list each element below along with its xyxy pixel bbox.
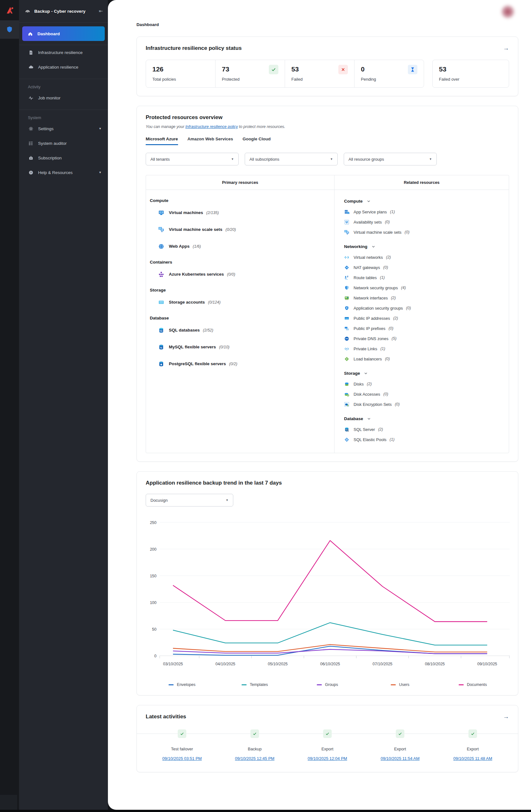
sidebar-item-infrastructure-resilience[interactable]: Infrastructure resilience: [19, 45, 108, 60]
resource-row-nat-gateways[interactable]: NAT gateways(0): [344, 262, 509, 273]
legend-groups[interactable]: Groups: [291, 682, 364, 687]
resource-row-storage-accounts[interactable]: Storage accounts(0/124): [150, 294, 334, 310]
resource-row-postgresql-flexible-servers[interactable]: PostgreSQL flexible servers(0/2): [150, 356, 334, 372]
stat-total-policies: 126Total policies: [146, 60, 215, 87]
sidebar-item-application-resilience[interactable]: Application resilience: [19, 60, 108, 74]
sidebar-item-help-resources[interactable]: ?Help & Resources▼: [19, 165, 108, 180]
divider: [19, 79, 108, 79]
resource-row-disks[interactable]: Disks(2): [344, 379, 509, 389]
sidebar-item-dashboard[interactable]: Dashboard: [22, 26, 105, 41]
policy-status-arrow-icon[interactable]: →: [503, 45, 509, 51]
resource-row-disk-accesses[interactable]: Disk Accesses(0): [344, 389, 509, 399]
resource-count: (2): [378, 427, 383, 432]
sidebar-item-subscription[interactable]: Subscription: [19, 150, 108, 165]
resource-count: (1): [390, 437, 395, 442]
svg-text:200: 200: [150, 547, 157, 552]
resource-row-private-dns-zones[interactable]: DNSPrivate DNS zones(5): [344, 333, 509, 344]
resource-count: (5): [392, 336, 396, 341]
filter-all-subscriptions[interactable]: All subscriptions▼: [245, 153, 338, 165]
resource-count: (1): [380, 275, 385, 280]
chevron-down-icon: [364, 371, 368, 375]
resource-row-network-interfaces[interactable]: Network interfaces(2): [344, 293, 509, 303]
web-apps-icon: [158, 243, 164, 250]
sidebar-item-system-auditor[interactable]: System auditor: [19, 136, 108, 150]
resource-row-public-ip-prefixes[interactable]: Public IP prefixes(0): [344, 323, 509, 333]
legend-documents[interactable]: Documents: [437, 682, 509, 687]
activity-type: Backup: [248, 746, 262, 751]
activity-timestamp-link[interactable]: 09/10/2025 11:48 AM: [453, 756, 492, 761]
shield-icon: [6, 26, 13, 33]
tab-microsoft-azure[interactable]: Microsoft Azure: [146, 136, 178, 145]
application-select[interactable]: Docusign ▼: [146, 494, 233, 507]
resource-row-load-balancers[interactable]: Load balancers(0): [344, 354, 509, 364]
latest-activities-arrow-icon[interactable]: →: [503, 713, 509, 720]
resource-row-sql-server[interactable]: SQLSQL Server(2): [344, 424, 509, 434]
resource-name: Application security groups: [354, 306, 403, 310]
activity-timestamp-link[interactable]: 09/10/2025 03:51 PM: [162, 756, 202, 761]
resource-row-web-apps[interactable]: Web Apps(1/6): [150, 238, 334, 255]
tab-amazon-web-services[interactable]: Amazon Web Services: [188, 136, 233, 145]
resource-count: (4): [401, 286, 405, 290]
resource-row-app-service-plans[interactable]: App Service plans(1): [344, 207, 509, 217]
collapse-sidebar-icon[interactable]: ⇤: [99, 8, 103, 14]
filter-all-tenants[interactable]: All tenants▼: [146, 153, 239, 165]
sidebar-item-job-monitor[interactable]: Job monitor: [19, 90, 108, 105]
activity-export: Export09/10/2025 11:48 AM: [437, 729, 509, 761]
resource-row-sql-databases[interactable]: SQLSQL databases(2/52): [150, 322, 334, 338]
resource-row-sql-elastic-pools[interactable]: SQL Elastic Pools(1): [344, 434, 509, 445]
resource-row-private-links[interactable]: Private Links(1): [344, 344, 509, 354]
resource-row-disk-encryption-sets[interactable]: Disk Encryption Sets(0): [344, 399, 509, 409]
rail-item-backup[interactable]: [0, 20, 19, 39]
resource-row-application-security-groups[interactable]: Application security groups(0): [344, 303, 509, 313]
resource-name: Load balancers: [354, 357, 382, 361]
legend-users[interactable]: Users: [364, 682, 437, 687]
related-group-storage[interactable]: Storage: [344, 371, 509, 376]
resource-row-network-security-groups[interactable]: Network security groups(4): [344, 282, 509, 293]
related-group-networking[interactable]: Networking: [344, 244, 509, 249]
resource-row-azure-kubernetes-services[interactable]: Azure Kubernetes services(0/0): [150, 266, 334, 282]
legend-envelopes[interactable]: Envelopes: [146, 682, 218, 687]
activity-timestamp-link[interactable]: 09/10/2025 12:45 PM: [235, 756, 274, 761]
infrastructure-resilience-policy-link[interactable]: Infrastructure resilience policy: [186, 125, 238, 129]
vm-scale-sets-icon: [344, 230, 350, 235]
aks-icon: [158, 271, 164, 278]
legend-label: Templates: [250, 682, 268, 687]
related-group-compute[interactable]: Compute: [344, 199, 509, 204]
sidebar-item-settings[interactable]: Settings▼: [19, 121, 108, 136]
stat-failed: 53Failed: [285, 60, 354, 87]
activities-timeline: Test failover09/10/2025 03:51 PMBackup09…: [146, 729, 509, 764]
resource-name: MySQL flexible servers: [169, 345, 216, 349]
success-check-icon: [250, 729, 259, 738]
user-avatar[interactable]: [501, 4, 515, 19]
resource-row-availability-sets[interactable]: Availability sets(0): [344, 217, 509, 227]
resource-row-mysql-flexible-servers[interactable]: MyMySQL flexible servers(0/10): [150, 338, 334, 356]
resource-row-route-tables[interactable]: Route tables(1): [344, 273, 509, 282]
sidebar: Backup - Cyber recovery ⇤ DashboardInfra…: [19, 0, 108, 812]
appranix-logo[interactable]: [0, 0, 19, 20]
resource-row-public-ip-addresses[interactable]: Public IP addresses(2): [344, 313, 509, 323]
resource-row-virtual-networks[interactable]: Virtual networks(2): [344, 252, 509, 262]
tab-google-cloud[interactable]: Google Cloud: [242, 136, 271, 145]
resource-row-virtual-machines[interactable]: Virtual machines(2/135): [150, 204, 334, 221]
resource-count: (0/20): [226, 227, 236, 232]
stat-protected: 73Protected: [215, 60, 285, 87]
disk-accesses-icon: [344, 392, 350, 397]
activity-timestamp-link[interactable]: 09/10/2025 11:54 AM: [381, 756, 419, 761]
series-users-line: [173, 644, 487, 652]
success-check-icon: [396, 729, 404, 738]
resource-name: Web Apps: [169, 244, 190, 249]
svg-text:03/10/2025: 03/10/2025: [163, 662, 183, 666]
resource-row-virtual-machine-scale-sets[interactable]: Virtual machine scale sets(0): [344, 227, 509, 237]
related-group-database[interactable]: Database: [344, 416, 509, 421]
caret-down-icon: ▼: [231, 158, 234, 161]
resource-row-virtual-machine-scale-sets[interactable]: Virtual machine scale sets(0/20): [150, 221, 334, 238]
resource-name: Route tables: [354, 275, 377, 280]
resource-filters: All tenants▼All subscriptions▼All resour…: [146, 153, 509, 165]
legend-templates[interactable]: Templates: [218, 682, 291, 687]
protected-resources-card: Protected resources overview You can man…: [136, 106, 518, 462]
network-interfaces-icon: [344, 295, 350, 301]
filter-all-resource-groups[interactable]: All resource groups▼: [344, 153, 437, 165]
sql-databases-icon: SQL: [158, 327, 164, 333]
nat-gateways-icon: [344, 265, 350, 270]
activity-timestamp-link[interactable]: 09/10/2025 12:04 PM: [308, 756, 347, 761]
